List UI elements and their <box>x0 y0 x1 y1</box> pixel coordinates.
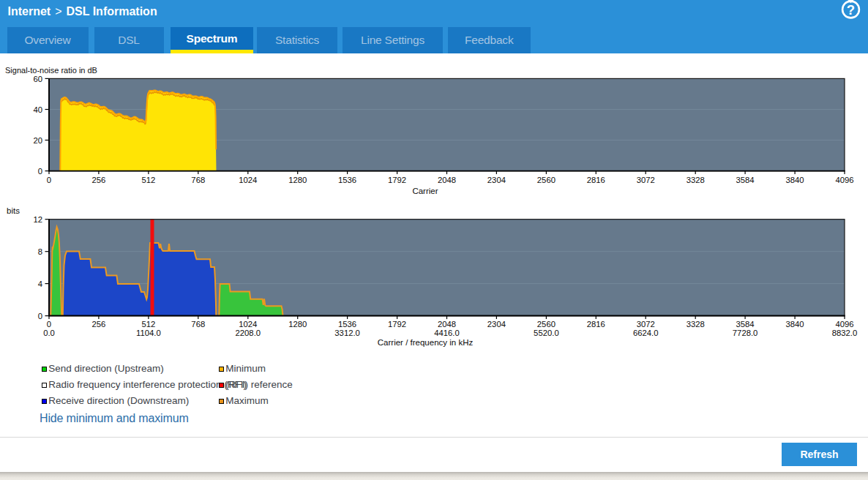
svg-text:2208.0: 2208.0 <box>236 329 261 337</box>
svg-text:bits: bits <box>7 206 20 215</box>
svg-text:2560: 2560 <box>537 176 555 184</box>
svg-text:3584: 3584 <box>736 320 755 329</box>
svg-text:2304: 2304 <box>487 176 506 184</box>
svg-text:8832.0: 8832.0 <box>832 329 858 337</box>
svg-text:3328: 3328 <box>686 320 705 329</box>
svg-text:1536: 1536 <box>338 176 356 184</box>
svg-text:60: 60 <box>33 75 42 83</box>
svg-text:512: 512 <box>141 320 155 329</box>
svg-text:2304: 2304 <box>487 320 506 329</box>
svg-text:2816: 2816 <box>587 320 605 329</box>
svg-text:20: 20 <box>33 136 42 145</box>
svg-text:0.0: 0.0 <box>43 329 55 337</box>
svg-text:2048: 2048 <box>438 176 456 184</box>
svg-text:1792: 1792 <box>388 320 406 329</box>
svg-text:3840: 3840 <box>786 320 804 329</box>
svg-text:1280: 1280 <box>288 176 307 184</box>
svg-text:1104.0: 1104.0 <box>136 329 161 337</box>
svg-text:256: 256 <box>91 320 105 329</box>
svg-text:7728.0: 7728.0 <box>733 329 758 337</box>
svg-text:1024: 1024 <box>239 320 257 329</box>
svg-text:1024: 1024 <box>239 176 257 184</box>
svg-text:3072: 3072 <box>637 320 655 329</box>
svg-text:256: 256 <box>91 176 105 184</box>
svg-text:6624.0: 6624.0 <box>633 329 659 337</box>
svg-text:12: 12 <box>33 215 42 224</box>
svg-text:Signal-to-noise ratio in dB: Signal-to-noise ratio in dB <box>5 66 97 75</box>
svg-text:2816: 2816 <box>587 176 605 184</box>
svg-text:1536: 1536 <box>338 320 356 329</box>
svg-text:8: 8 <box>38 247 42 256</box>
svg-text:4096: 4096 <box>835 176 853 184</box>
svg-text:4096: 4096 <box>835 320 853 329</box>
svg-text:2048: 2048 <box>438 320 456 329</box>
svg-text:Carrier: Carrier <box>412 187 438 195</box>
svg-text:768: 768 <box>191 176 205 184</box>
svg-text:512: 512 <box>141 176 155 184</box>
svg-text:Carrier / frequency in kHz: Carrier / frequency in kHz <box>378 338 474 347</box>
svg-text:768: 768 <box>191 320 205 329</box>
svg-text:0: 0 <box>47 176 51 184</box>
svg-text:3584: 3584 <box>736 176 755 184</box>
svg-text:1792: 1792 <box>388 176 406 184</box>
svg-text:3072: 3072 <box>637 176 655 184</box>
svg-text:40: 40 <box>33 105 42 114</box>
svg-text:0: 0 <box>38 167 42 176</box>
svg-text:5520.0: 5520.0 <box>534 329 559 337</box>
svg-text:3312.0: 3312.0 <box>334 329 360 337</box>
svg-text:2560: 2560 <box>537 320 555 329</box>
svg-text:0: 0 <box>38 312 42 320</box>
svg-text:0: 0 <box>47 320 51 329</box>
svg-text:3328: 3328 <box>686 176 705 184</box>
svg-text:4: 4 <box>38 280 42 288</box>
svg-text:1280: 1280 <box>288 320 307 329</box>
svg-text:3840: 3840 <box>786 176 804 184</box>
svg-text:4416.0: 4416.0 <box>434 329 460 337</box>
